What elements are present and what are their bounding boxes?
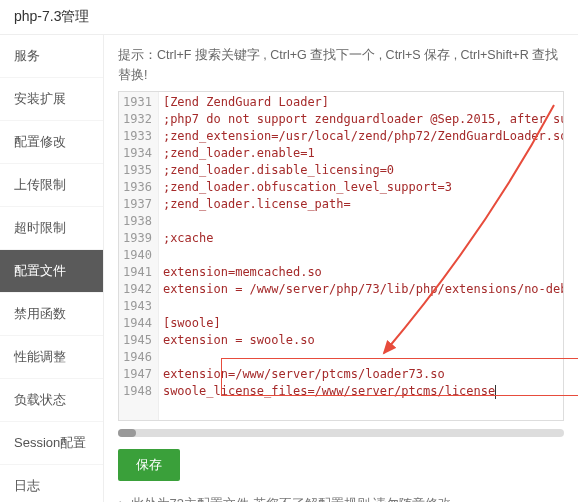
sidebar: 服务安装扩展配置修改上传限制超时限制配置文件禁用函数性能调整负载状态Sessio…: [0, 35, 104, 502]
sidebar-item[interactable]: 上传限制: [0, 164, 103, 207]
shortcut-hint: 提示：Ctrl+F 搜索关键字 , Ctrl+G 查找下一个 , Ctrl+S …: [118, 45, 564, 85]
page-title: php-7.3管理: [0, 0, 578, 35]
sidebar-item[interactable]: 安装扩展: [0, 78, 103, 121]
layout: 服务安装扩展配置修改上传限制超时限制配置文件禁用函数性能调整负载状态Sessio…: [0, 35, 578, 502]
sidebar-item[interactable]: 日志: [0, 465, 103, 503]
config-note: 此处为73主配置文件,若您不了解配置规则,请勿随意修改。: [118, 495, 564, 502]
sidebar-item[interactable]: 性能调整: [0, 336, 103, 379]
sidebar-item[interactable]: Session配置: [0, 422, 103, 465]
sidebar-item[interactable]: 配置修改: [0, 121, 103, 164]
horizontal-scrollbar[interactable]: [118, 429, 564, 437]
save-button[interactable]: 保存: [118, 449, 180, 481]
sidebar-item[interactable]: 配置文件: [0, 250, 103, 293]
sidebar-item[interactable]: 负载状态: [0, 379, 103, 422]
sidebar-item[interactable]: 禁用函数: [0, 293, 103, 336]
line-gutter: 1931193219331934193519361937193819391940…: [119, 92, 159, 420]
code-content[interactable]: [Zend ZendGuard Loader];php7 do not supp…: [159, 92, 563, 420]
scrollbar-thumb[interactable]: [118, 429, 136, 437]
sidebar-item[interactable]: 超时限制: [0, 207, 103, 250]
sidebar-item[interactable]: 服务: [0, 35, 103, 78]
main-panel: 提示：Ctrl+F 搜索关键字 , Ctrl+G 查找下一个 , Ctrl+S …: [104, 35, 578, 502]
config-editor[interactable]: 1931193219331934193519361937193819391940…: [118, 91, 564, 421]
